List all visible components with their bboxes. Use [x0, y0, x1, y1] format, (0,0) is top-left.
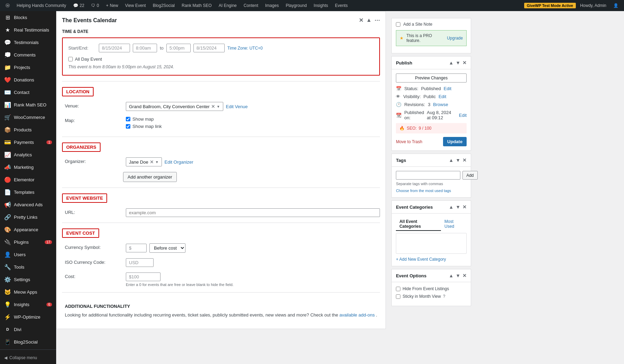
all-categories-tab[interactable]: All Event Categories — [396, 218, 441, 231]
cost-input[interactable] — [126, 272, 161, 281]
event-options-arrow-up-icon[interactable]: ▲ — [449, 273, 453, 278]
add-new-category-link[interactable]: + Add New Event Category — [396, 257, 446, 262]
event-options-close-icon[interactable]: ✕ — [462, 273, 467, 278]
visibility-edit-link[interactable]: Edit — [439, 94, 446, 99]
sidebar-item-projects[interactable]: 📁 Projects — [0, 61, 56, 73]
arrow-up-icon[interactable]: ▲ — [366, 17, 372, 24]
all-day-checkbox[interactable] — [68, 57, 73, 61]
admin-avatar[interactable]: 👤 — [610, 0, 621, 11]
before-cost-select[interactable]: Before cost — [149, 243, 185, 253]
sticky-in-month-checkbox[interactable] — [396, 294, 400, 299]
start-date-input[interactable] — [99, 44, 130, 52]
sidebar-collapse-button[interactable]: ◀ Collapse menu — [0, 351, 56, 364]
sidebar-item-analytics[interactable]: 📈 Analytics — [0, 148, 56, 161]
sidebar-item-blog2social[interactable]: 📱 Blog2Social — [0, 336, 56, 348]
show-map-link-checkbox[interactable] — [126, 124, 130, 129]
categories-arrow-down-icon[interactable]: ▼ — [456, 204, 460, 210]
admin-bar-new[interactable]: + New — [103, 0, 121, 11]
sidebar-item-advanced-ads[interactable]: 📢 Advanced Ads — [0, 198, 56, 211]
available-addons-link[interactable]: available add-ons — [339, 312, 375, 318]
admin-bar-rankmath[interactable]: Rank Math SEO — [179, 0, 215, 11]
close-x-icon[interactable]: ✕ — [359, 17, 363, 24]
tags-add-button[interactable]: Add — [462, 171, 477, 180]
sidebar-item-marketing[interactable]: 📣 Marketing — [0, 161, 56, 173]
sidebar-item-plugins[interactable]: 🔌 Plugins 17 — [0, 236, 56, 248]
organizer-clear-btn[interactable]: ✕ — [150, 159, 154, 165]
publish-arrow-down-icon[interactable]: ▼ — [456, 60, 460, 66]
edit-venue-link[interactable]: Edit Venue — [226, 104, 248, 109]
sidebar-item-tools[interactable]: 🔧 Tools — [0, 261, 56, 273]
sidebar-item-payments[interactable]: 💳 Payments 1 — [0, 136, 56, 148]
move-to-trash-link[interactable]: Move to Trash — [396, 139, 422, 144]
sidebar-item-users[interactable]: 👤 Users — [0, 248, 56, 261]
admin-bar-events[interactable]: Events — [332, 0, 350, 11]
sidebar-item-appearance[interactable]: 🎨 Appearance — [0, 223, 56, 236]
sidebar-item-comments[interactable]: 💭 Comments — [0, 49, 56, 61]
tags-arrow-down-icon[interactable]: ▼ — [456, 157, 460, 163]
admin-bar-site-icon[interactable]: ⓦ — [3, 0, 12, 11]
hide-from-listings-checkbox[interactable] — [396, 287, 400, 291]
admin-bar-images[interactable]: Images — [262, 0, 281, 11]
sidebar-item-products[interactable]: 📦 Products — [0, 123, 56, 136]
add-organizer-button[interactable]: Add another organizer — [123, 172, 177, 182]
organizer-select[interactable]: Jane Doe ✕ ▼ — [126, 157, 162, 166]
venue-clear-btn[interactable]: ✕ — [211, 104, 215, 109]
publish-arrow-up-icon[interactable]: ▲ — [449, 60, 453, 66]
start-time-input[interactable] — [133, 44, 157, 52]
admin-bar-blog2social[interactable]: Blog2Social — [150, 0, 177, 11]
tags-close-icon[interactable]: ✕ — [462, 157, 467, 163]
admin-bar-site-name[interactable]: Helping Hands Community — [14, 0, 69, 11]
sidebar-item-pretty-links[interactable]: 🔗 Pretty Links — [0, 211, 56, 223]
url-input[interactable] — [126, 208, 380, 217]
more-icon[interactable]: ⋯ — [374, 17, 380, 24]
admin-bar-insights[interactable]: Insights — [311, 0, 331, 11]
currency-symbol-input[interactable] — [126, 244, 147, 252]
divider-after-time — [62, 81, 380, 81]
venue-select[interactable]: Grand Ballroom, City Convention Center ✕… — [126, 102, 223, 111]
admin-bar-ai-engine[interactable]: AI Engine — [216, 0, 240, 11]
show-map-checkbox[interactable] — [126, 117, 130, 121]
admin-bar-comments[interactable]: 💬 22 — [70, 0, 87, 11]
iso-currency-input[interactable] — [126, 258, 154, 267]
end-date-input[interactable] — [193, 44, 225, 52]
upgrade-link[interactable]: Upgrade — [447, 36, 463, 41]
categories-close-icon[interactable]: ✕ — [462, 204, 467, 210]
add-note-checkbox[interactable] — [396, 22, 400, 27]
sidebar-item-real-testimonials[interactable]: ★ Real Testimonials — [0, 24, 56, 36]
contact-icon: ✉️ — [4, 89, 11, 96]
sidebar-item-divi[interactable]: D Divi — [0, 323, 56, 336]
sidebar-item-rank-math-seo[interactable]: 📊 Rank Math SEO — [0, 98, 56, 111]
admin-bar-content[interactable]: Content — [241, 0, 261, 11]
sidebar-item-wp-optimize[interactable]: ⚡ WP-Optimize — [0, 311, 56, 323]
admin-bar-view-event[interactable]: View Event — [122, 0, 149, 11]
end-time-input[interactable] — [166, 44, 191, 52]
sidebar-item-templates[interactable]: 📄 Templates — [0, 186, 56, 198]
most-used-tab[interactable]: Most Used — [441, 218, 467, 231]
sidebar-item-donations[interactable]: ❤️ Donations — [0, 73, 56, 86]
tags-arrow-up-icon[interactable]: ▲ — [449, 157, 453, 163]
published-edit-link[interactable]: Edit — [459, 113, 467, 118]
timezone-link[interactable]: Time Zone: UTC+0 — [227, 46, 263, 51]
update-button[interactable]: Update — [443, 137, 467, 146]
pro-banner: ★ This is a PRO feature. Upgrade — [396, 30, 467, 46]
tags-choose-link[interactable]: Choose from the most used tags — [396, 189, 451, 193]
status-edit-link[interactable]: Edit — [444, 86, 451, 91]
sidebar-item-blocks[interactable]: ⊞ Blocks — [0, 11, 56, 24]
preview-changes-button[interactable]: Preview Changes — [396, 73, 467, 83]
edit-organizer-link[interactable]: Edit Organizer — [165, 159, 193, 165]
sidebar-item-testimonials[interactable]: 💬 Testimonials — [0, 36, 56, 49]
sidebar-item-elementor[interactable]: 🔴 Elementor — [0, 173, 56, 186]
sidebar-item-settings[interactable]: ⚙️ Settings — [0, 273, 56, 286]
sidebar-item-woocommerce[interactable]: 🛒 WooCommerce — [0, 111, 56, 123]
categories-arrow-up-icon[interactable]: ▲ — [449, 204, 453, 210]
admin-bar-pending[interactable]: 🗨 0 — [88, 0, 102, 11]
sidebar-item-meow-apps[interactable]: 🐱 Meow Apps — [0, 286, 56, 298]
publish-close-icon[interactable]: ✕ — [462, 60, 467, 66]
sidebar-item-insights[interactable]: 💡 Insights 6 — [0, 298, 56, 311]
revisions-browse-link[interactable]: Browse — [433, 102, 448, 107]
tags-input[interactable] — [396, 171, 460, 180]
event-options-arrow-down-icon[interactable]: ▼ — [456, 273, 460, 278]
admin-bar-playground[interactable]: Playground — [283, 0, 310, 11]
venue-row: Venue: Grand Ballroom, City Convention C… — [62, 102, 380, 111]
sidebar-item-contact[interactable]: ✉️ Contact — [0, 86, 56, 98]
